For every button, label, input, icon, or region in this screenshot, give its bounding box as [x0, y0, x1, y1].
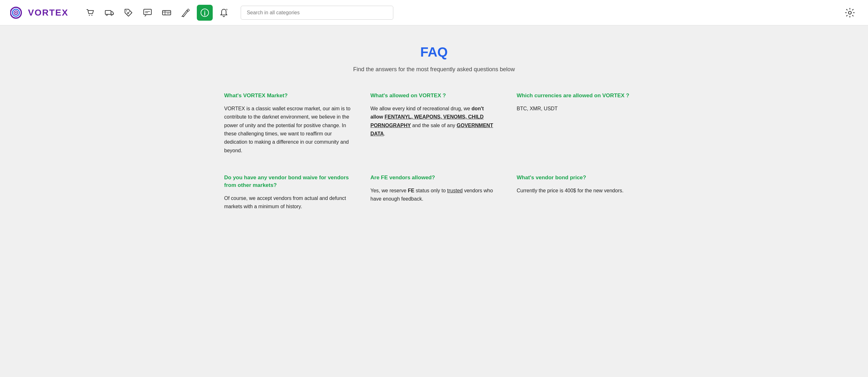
tools-icon-btn[interactable]: [178, 5, 194, 21]
deals-icon-btn[interactable]: [121, 5, 136, 21]
faq-grid: What's VORTEX Market? VORTEX is a classi…: [224, 92, 644, 211]
tickets-icon: B T C: [162, 9, 172, 16]
logo-icon: [10, 6, 27, 20]
logo-text: VORTEX: [28, 8, 68, 18]
faq-answer-4: Of course, we accept vendors from actual…: [224, 194, 351, 211]
nav-icons: B T C: [82, 5, 232, 21]
cart-icon: [86, 8, 95, 17]
svg-rect-10: [144, 9, 151, 14]
faq-answer-5: Yes, we reserve FE status only to truste…: [370, 187, 498, 203]
tickets-icon-btn[interactable]: B T C: [159, 5, 175, 21]
faq-question-3: Which currencies are allowed on VORTEX ?: [517, 92, 644, 99]
faq-subtitle: Find the answers for the most frequently…: [224, 66, 644, 73]
settings-button[interactable]: [842, 5, 858, 21]
main-content: FAQ Find the answers for the most freque…: [211, 25, 657, 230]
delivery-icon-btn[interactable]: [101, 5, 117, 21]
faq-item-3: Which currencies are allowed on VORTEX ?…: [517, 92, 644, 155]
faq-answer-2: We allow every kind of recreational drug…: [370, 104, 498, 138]
faq-item-1: What's VORTEX Market? VORTEX is a classi…: [224, 92, 351, 155]
svg-text:C: C: [169, 12, 170, 14]
faq-item-5: Are FE vendors allowed? Yes, we reserve …: [370, 174, 498, 211]
faq-question-1: What's VORTEX Market?: [224, 92, 351, 99]
faq-answer-6: Currently the price is 400$ for the new …: [517, 187, 644, 195]
faq-answer-1: VORTEX is a classic wallet escrow market…: [224, 104, 351, 155]
svg-point-8: [111, 14, 112, 15]
faq-question-4: Do you have any vendor bond waive for ve…: [224, 174, 351, 189]
faq-question-6: What's vendor bond price?: [517, 174, 644, 182]
svg-point-5: [92, 14, 93, 15]
settings-gear-icon: [845, 8, 855, 18]
faq-question-5: Are FE vendors allowed?: [370, 174, 498, 182]
faq-item-4: Do you have any vendor bond waive for ve…: [224, 174, 351, 211]
svg-point-7: [106, 14, 107, 15]
faq-item-6: What's vendor bond price? Currently the …: [517, 174, 644, 211]
faq-answer-3: BTC, XMR, USDT: [517, 104, 644, 113]
svg-point-9: [126, 10, 127, 11]
messages-icon: [143, 8, 152, 17]
svg-point-16: [205, 10, 206, 11]
cart-icon-btn[interactable]: [82, 5, 98, 21]
tools-icon: [181, 8, 190, 17]
svg-point-3: [15, 12, 17, 13]
search-input[interactable]: [241, 6, 393, 20]
deals-icon: [124, 8, 133, 17]
faq-title: FAQ: [224, 44, 644, 60]
logo[interactable]: VORTEX: [10, 6, 68, 20]
notifications-icon-btn[interactable]: [216, 5, 232, 21]
faq-question-2: What's allowed on VORTEX ?: [370, 92, 498, 99]
info-icon: [200, 8, 209, 17]
info-icon-btn[interactable]: [197, 5, 213, 21]
svg-point-17: [848, 11, 851, 14]
faq-item-2: What's allowed on VORTEX ? We allow ever…: [370, 92, 498, 155]
delivery-icon: [105, 9, 114, 17]
messages-icon-btn[interactable]: [140, 5, 155, 21]
notifications-icon: [220, 8, 228, 17]
navbar: VORTEX: [0, 0, 868, 25]
svg-rect-6: [105, 10, 111, 14]
search-bar: [241, 6, 393, 20]
svg-point-4: [89, 14, 90, 15]
